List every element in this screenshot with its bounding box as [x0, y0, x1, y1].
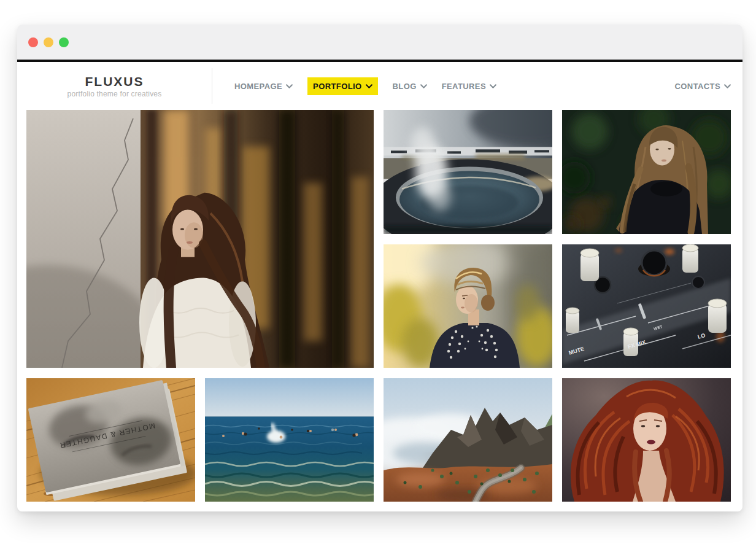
logo-tagline: portfolio theme for creatives [17, 90, 212, 98]
nav-item-portfolio[interactable]: PORTFOLIO [307, 77, 377, 95]
photo-mixer-knobs: MUTE FX MIX WET LO [562, 244, 731, 368]
nav-label: BLOG [393, 82, 417, 91]
nav-item-contacts[interactable]: CONTACTS [675, 82, 731, 91]
photo-geothermal-crater [384, 110, 552, 234]
photo-sea-swimmers [205, 378, 374, 502]
site-logo[interactable]: FLUXUS portfolio theme for creatives [17, 74, 212, 98]
traffic-light-close-icon[interactable] [28, 37, 38, 47]
logo-title: FLUXUS [17, 74, 212, 89]
portfolio-item-girl-in-field[interactable] [384, 244, 552, 368]
portfolio-item-book-on-table[interactable]: MOTHER & DAUGHTER [26, 378, 195, 502]
nav-label: PORTFOLIO [313, 82, 361, 91]
main-nav: HOMEPAGE PORTFOLIO BLOG FEATURES CONTACT… [234, 77, 742, 95]
photo-redhead-portrait [562, 378, 731, 502]
traffic-light-zoom-icon[interactable] [59, 37, 69, 47]
nav-item-blog[interactable]: BLOG [393, 82, 427, 91]
portfolio-item-mixer-knobs[interactable]: MUTE FX MIX WET LO [562, 244, 731, 368]
portfolio-item-girl-in-forest[interactable] [562, 110, 731, 234]
site-header: FLUXUS portfolio theme for creatives HOM… [17, 62, 742, 110]
window-titlebar [17, 25, 742, 60]
chevron-down-icon [490, 84, 496, 88]
browser-window: FLUXUS portfolio theme for creatives HOM… [17, 25, 742, 511]
header-divider [212, 68, 212, 104]
chevron-down-icon [286, 84, 293, 88]
portfolio-item-mountain-path[interactable] [384, 378, 552, 502]
photo-girl-in-forest [562, 110, 731, 234]
portfolio-item-redhead-portrait[interactable] [562, 378, 731, 502]
chevron-down-icon [724, 84, 731, 88]
portfolio-item-sea-swimmers[interactable] [205, 378, 374, 502]
photo-portrait-curtain [26, 110, 374, 368]
nav-label: FEATURES [442, 82, 486, 91]
nav-item-features[interactable]: FEATURES [442, 82, 496, 91]
chevron-down-icon [420, 84, 427, 88]
photo-book-on-table: MOTHER & DAUGHTER [26, 378, 195, 502]
portfolio-grid: MUTE FX MIX WET LO [17, 110, 742, 511]
photo-girl-in-field [384, 244, 552, 368]
chevron-down-icon [366, 84, 372, 88]
portfolio-item-portrait-curtain[interactable] [26, 110, 374, 368]
nav-item-homepage[interactable]: HOMEPAGE [234, 82, 293, 91]
traffic-light-minimize-icon[interactable] [44, 37, 53, 47]
portfolio-item-geothermal-crater[interactable] [384, 110, 552, 234]
photo-mountain-path [384, 378, 552, 502]
nav-label: CONTACTS [675, 82, 720, 91]
nav-label: HOMEPAGE [234, 82, 282, 91]
